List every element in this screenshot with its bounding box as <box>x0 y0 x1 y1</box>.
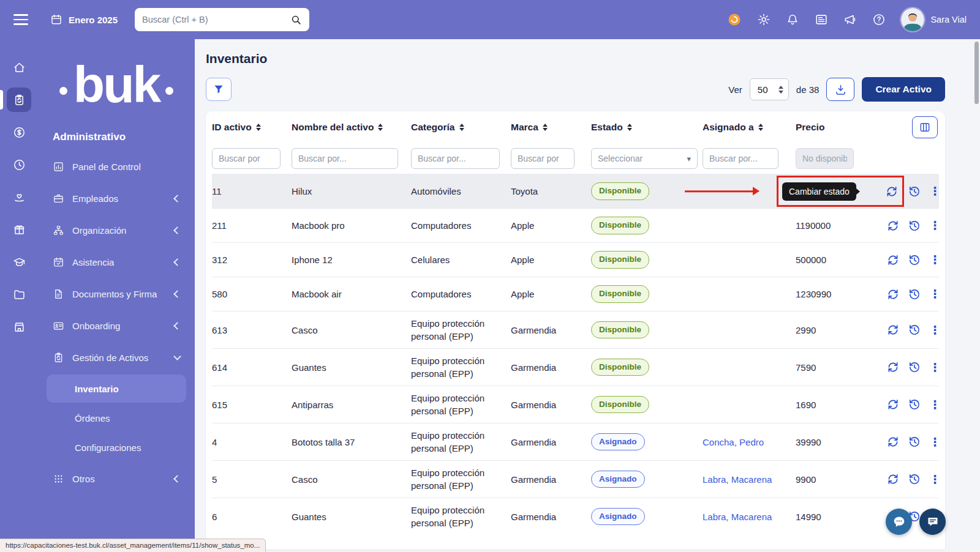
filter-brand-input[interactable] <box>511 148 575 169</box>
news-icon[interactable] <box>815 13 828 26</box>
sidebar-item-gestion-de-activos[interactable]: Gestión de Activos <box>47 341 186 373</box>
sidebar-subitem-configuraciones[interactable]: Configuraciones <box>47 433 186 461</box>
change-status-icon[interactable] <box>886 435 900 449</box>
col-status[interactable]: Estado <box>591 122 703 133</box>
row-menu-icon[interactable]: ⋮ <box>929 436 937 448</box>
row-menu-icon[interactable]: ⋮ <box>929 399 937 411</box>
history-icon[interactable] <box>908 288 921 301</box>
sort-icon[interactable] <box>459 124 464 131</box>
sidebar-item-empleados[interactable]: Empleados <box>47 182 186 214</box>
col-brand[interactable]: Marca <box>511 122 591 133</box>
table-row[interactable]: 615 Antiparras Equipo protección persona… <box>212 386 939 423</box>
history-icon[interactable] <box>908 185 921 198</box>
sidebar-item-asistencia[interactable]: Asistencia <box>47 246 186 278</box>
time-icon[interactable] <box>7 152 31 177</box>
search-box[interactable] <box>135 8 309 31</box>
rewards-icon[interactable] <box>727 12 742 27</box>
payroll-icon[interactable] <box>7 120 31 144</box>
row-menu-icon[interactable]: ⋮ <box>929 220 937 231</box>
home-icon[interactable] <box>7 55 31 80</box>
sort-icon[interactable] <box>543 124 548 131</box>
sidebar-item-otros[interactable]: Otros <box>47 463 186 494</box>
benefits-icon[interactable] <box>7 185 31 209</box>
assigned-link[interactable]: Labra, Macarena <box>703 512 772 522</box>
history-icon[interactable] <box>908 323 921 337</box>
table-row[interactable]: 580 Macbook air Computadores Apple Dispo… <box>212 277 939 311</box>
user-menu[interactable]: Sara Vial <box>901 8 967 31</box>
sidebar-item-onboarding[interactable]: Onboarding <box>47 310 186 341</box>
table-row[interactable]: 11 Hilux Automóviles Toyota Disponible ⋮… <box>212 174 939 208</box>
sidebar-item-documentos-y-firma[interactable]: Documentos y Firma <box>47 278 186 310</box>
create-asset-button[interactable]: Crear Activo <box>862 77 945 102</box>
sort-icon[interactable] <box>758 124 763 131</box>
filter-id-input[interactable] <box>212 148 281 169</box>
table-row[interactable]: 312 Iphone 12 Celulares Apple Disponible… <box>212 242 939 277</box>
change-status-icon[interactable] <box>886 360 900 374</box>
sidebar-item-organizacion[interactable]: Organización <box>47 214 186 246</box>
change-status-icon[interactable] <box>886 472 900 486</box>
col-name[interactable]: Nombre del activo <box>292 122 411 133</box>
row-menu-icon[interactable]: ⋮ <box>929 362 937 373</box>
search-icon[interactable] <box>290 14 302 26</box>
sort-icon[interactable] <box>378 124 383 131</box>
history-icon[interactable] <box>908 360 921 374</box>
table-row[interactable]: 4 Bototos talla 37 Equipo protección per… <box>212 423 939 460</box>
gifts-icon[interactable] <box>7 217 31 242</box>
chat-bubble-button[interactable] <box>886 509 912 535</box>
row-menu-icon[interactable]: ⋮ <box>929 474 937 485</box>
sidebar-item-panel-de-control[interactable]: Panel de Control <box>47 151 186 182</box>
announcements-icon[interactable] <box>843 13 857 26</box>
sort-icon[interactable] <box>256 124 261 131</box>
notifications-icon[interactable] <box>786 13 799 26</box>
row-menu-icon[interactable]: ⋮ <box>929 324 937 336</box>
change-status-icon[interactable] <box>886 398 900 411</box>
training-icon[interactable] <box>7 250 31 274</box>
page-size-select[interactable]: 50 <box>750 78 789 100</box>
history-icon[interactable] <box>908 219 921 233</box>
filter-category-input[interactable] <box>411 148 500 169</box>
change-status-icon[interactable] <box>886 323 900 337</box>
change-status-icon[interactable] <box>886 288 900 301</box>
history-icon[interactable] <box>908 398 921 411</box>
change-status-icon[interactable] <box>886 253 900 267</box>
filter-button[interactable] <box>206 78 232 101</box>
column-visibility-button[interactable] <box>912 116 938 138</box>
col-category[interactable]: Categoría <box>411 122 511 133</box>
search-input[interactable] <box>142 15 290 24</box>
marketplace-icon[interactable] <box>7 315 31 339</box>
filter-assigned-input[interactable] <box>703 148 778 169</box>
table-row[interactable]: 614 Guantes Equipo protección personal (… <box>212 348 939 386</box>
table-row[interactable]: 5 Casco Equipo protección personal (EPP)… <box>212 460 939 498</box>
menu-icon[interactable] <box>13 14 28 25</box>
assets-module-icon[interactable] <box>7 88 31 112</box>
help-icon[interactable] <box>872 13 886 26</box>
avatar[interactable] <box>901 8 924 31</box>
assigned-link[interactable]: Concha, Pedro <box>703 437 764 447</box>
row-menu-icon[interactable]: ⋮ <box>929 288 937 300</box>
export-button[interactable] <box>826 78 854 101</box>
assigned-link[interactable]: Labra, Macarena <box>703 474 772 485</box>
status-badge: Disponible <box>591 321 649 339</box>
history-icon[interactable] <box>908 253 921 267</box>
period-selector[interactable]: Enero 2025 <box>50 13 118 26</box>
filter-name-input[interactable] <box>292 148 398 169</box>
filter-status-select[interactable]: Seleccionar ▾ <box>591 148 698 169</box>
settings-icon[interactable] <box>757 13 771 26</box>
files-icon[interactable] <box>7 282 31 307</box>
sort-icon[interactable] <box>627 124 632 131</box>
history-icon[interactable] <box>908 435 921 449</box>
change-status-icon[interactable] <box>886 219 900 233</box>
sidebar-subitem-ordenes[interactable]: Órdenes <box>47 404 186 432</box>
col-id[interactable]: ID activo <box>212 122 292 133</box>
table-row[interactable]: 211 Macbook pro Computadores Apple Dispo… <box>212 208 939 242</box>
row-menu-icon[interactable]: ⋮ <box>929 254 937 266</box>
sidebar-subitem-inventario[interactable]: Inventario <box>47 375 186 403</box>
chat-window-button[interactable] <box>919 509 946 535</box>
table-row[interactable]: 6 Guantes Equipo protección personal (EP… <box>212 498 939 535</box>
col-assigned[interactable]: Asignado a <box>703 122 796 133</box>
row-menu-icon[interactable]: ⋮ <box>929 185 937 197</box>
change-status-icon[interactable] <box>885 185 899 198</box>
table-row[interactable]: 613 Casco Equipo protección personal (EP… <box>212 311 939 348</box>
history-icon[interactable] <box>908 472 921 486</box>
scrollbar[interactable] <box>974 42 979 104</box>
